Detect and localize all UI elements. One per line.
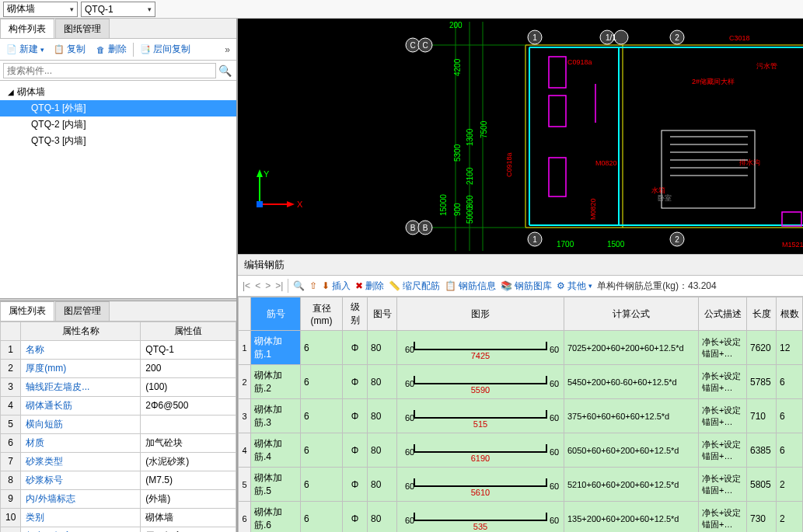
prop-value[interactable] xyxy=(141,415,236,433)
property-row[interactable]: 8砂浆标号(M7.5) xyxy=(1,471,236,489)
rebar-shape[interactable]: 6053560 xyxy=(397,502,564,533)
new-button[interactable]: 📄新建▾ xyxy=(3,41,47,57)
col-fig[interactable]: 图号 xyxy=(368,297,397,331)
rebar-name[interactable]: 砌体加筋.6 xyxy=(251,502,301,533)
property-row[interactable]: 4砌体通长筋2Φ6@500 xyxy=(1,396,236,415)
rebar-fig[interactable]: 80 xyxy=(368,468,397,502)
rebar-count[interactable]: 6 xyxy=(777,365,803,399)
rebar-fig[interactable]: 80 xyxy=(368,399,397,433)
rebar-desc[interactable]: 净长+设定锚固+… xyxy=(699,502,747,533)
rebar-name[interactable]: 砌体加筋.5 xyxy=(251,468,301,502)
floor-copy-button[interactable]: 📑层间复制 xyxy=(137,41,194,57)
rebar-dia[interactable]: 6 xyxy=(301,331,343,365)
rebar-len[interactable]: 6385 xyxy=(747,433,777,468)
info-button[interactable]: 📋钢筋信息 xyxy=(445,280,496,293)
rebar-shape[interactable]: 60619060 xyxy=(397,433,564,468)
tab-properties[interactable]: 属性列表 xyxy=(0,301,54,321)
search-input[interactable] xyxy=(3,63,216,78)
rebar-formula[interactable]: 5210+60+60+200+60+12.5*d xyxy=(564,468,699,502)
rebar-grade[interactable]: Φ xyxy=(343,433,368,468)
property-row[interactable]: 7砂浆类型(水泥砂浆) xyxy=(1,452,236,471)
insert-button[interactable]: ⬇插入 xyxy=(322,280,351,293)
rebar-name[interactable]: 砌体加筋.1 xyxy=(251,331,301,365)
property-row[interactable]: 3轴线距左墙皮...(100) xyxy=(1,377,236,396)
property-row[interactable]: 2厚度(mm)200 xyxy=(1,359,236,377)
delete-rebar-button[interactable]: ✖删除 xyxy=(355,280,384,293)
prop-value[interactable]: 砌体墙 xyxy=(141,508,236,527)
rebar-dia[interactable]: 6 xyxy=(301,433,343,468)
tab-layers[interactable]: 图层管理 xyxy=(55,301,110,321)
rebar-count[interactable]: 12 xyxy=(777,331,803,365)
rebar-formula[interactable]: 6050+60+60+200+60+12.5*d xyxy=(564,433,699,468)
tree-item[interactable]: QTQ-2 [内墙] xyxy=(0,116,236,133)
rebar-shape[interactable]: 60561060 xyxy=(397,468,564,502)
rebar-row[interactable]: 1砌体加筋.16Φ80607425607025+200+60+200+60+12… xyxy=(239,331,803,365)
rebar-desc[interactable]: 净长+设定锚固+… xyxy=(699,365,747,399)
rebar-row[interactable]: 4砌体加筋.46Φ80606190606050+60+60+200+60+12.… xyxy=(239,433,803,468)
rebar-name[interactable]: 砌体加筋.4 xyxy=(251,433,301,468)
search-icon[interactable]: 🔍 xyxy=(216,64,233,77)
col-shape[interactable]: 图形 xyxy=(397,297,564,331)
property-row[interactable]: 11起点顶标高(m)层顶标高(4) xyxy=(1,527,236,532)
rebar-fig[interactable]: 80 xyxy=(368,365,397,399)
col-len[interactable]: 长度 xyxy=(747,297,777,331)
rebar-shape[interactable]: 6051560 xyxy=(397,399,564,433)
rebar-name[interactable]: 砌体加筋.3 xyxy=(251,399,301,433)
rebar-fig[interactable]: 80 xyxy=(368,502,397,533)
more-arrow-icon[interactable]: » xyxy=(222,44,233,55)
col-count[interactable]: 根数 xyxy=(777,297,803,331)
rebar-count[interactable]: 2 xyxy=(777,468,803,502)
rebar-formula[interactable]: 7025+200+60+200+60+12.5*d xyxy=(564,331,699,365)
tab-drawing-mgmt[interactable]: 图纸管理 xyxy=(55,19,110,38)
prop-value[interactable]: (100) xyxy=(141,377,236,396)
rebar-shape[interactable]: 60742560 xyxy=(397,331,564,365)
cad-viewport[interactable]: 7500 4200 5300 2100 5000 15000 1300 300 … xyxy=(238,19,803,254)
rebar-row[interactable]: 5砌体加筋.56Φ80605610605210+60+60+200+60+12.… xyxy=(239,468,803,502)
col-desc[interactable]: 公式描述 xyxy=(699,297,747,331)
nav-prev[interactable]: < xyxy=(255,280,260,291)
rebar-formula[interactable]: 135+200+60+200+60+12.5*d xyxy=(564,502,699,533)
nav-first[interactable]: |< xyxy=(243,280,250,291)
rebar-dia[interactable]: 6 xyxy=(301,399,343,433)
prop-value[interactable]: (水泥砂浆) xyxy=(141,452,236,471)
tree-item[interactable]: QTQ-3 [内墙] xyxy=(0,133,236,149)
nav-next[interactable]: > xyxy=(265,280,271,291)
rebar-len[interactable]: 5805 xyxy=(747,468,777,502)
tree-item[interactable]: QTQ-1 [外墙] xyxy=(0,100,236,116)
lib-button[interactable]: 📚钢筋图库 xyxy=(501,280,552,293)
rebar-fig[interactable]: 80 xyxy=(368,433,397,468)
nav-last[interactable]: >| xyxy=(275,280,283,291)
rebar-desc[interactable]: 净长+设定锚固+… xyxy=(699,331,747,365)
rebar-desc[interactable]: 净长+设定锚固+… xyxy=(699,468,747,502)
rebar-len[interactable]: 5785 xyxy=(747,365,777,399)
property-row[interactable]: 5横向短筋 xyxy=(1,415,236,433)
rebar-len[interactable]: 710 xyxy=(747,399,777,433)
rebar-dia[interactable]: 6 xyxy=(301,468,343,502)
col-formula[interactable]: 计算公式 xyxy=(564,297,699,331)
rebar-grade[interactable]: Φ xyxy=(343,365,368,399)
rebar-formula[interactable]: 5450+200+60-60+60+12.5*d xyxy=(564,365,699,399)
prop-value[interactable]: (外墙) xyxy=(141,489,236,508)
rebar-len[interactable]: 730 xyxy=(747,502,777,533)
rebar-row[interactable]: 2砌体加筋.26Φ80605590605450+200+60-60+60+12.… xyxy=(239,365,803,399)
prop-value[interactable]: 加气砼块 xyxy=(141,433,236,452)
rebar-row[interactable]: 3砌体加筋.36Φ806051560375+60+60+60+60+12.5*d… xyxy=(239,399,803,433)
rebar-grade[interactable]: Φ xyxy=(343,331,368,365)
rebar-grade[interactable]: Φ xyxy=(343,399,368,433)
rebar-grade[interactable]: Φ xyxy=(343,468,368,502)
tab-component-list[interactable]: 构件列表 xyxy=(0,19,54,38)
prop-value[interactable]: QTQ-1 xyxy=(141,340,236,359)
rebar-desc[interactable]: 净长+设定锚固+… xyxy=(699,433,747,468)
col-name[interactable]: 筋号 xyxy=(251,297,301,331)
property-row[interactable]: 9内/外墙标志(外墙) xyxy=(1,489,236,508)
rebar-name[interactable]: 砌体加筋.2 xyxy=(251,365,301,399)
other-button[interactable]: ⚙其他▾ xyxy=(557,280,592,293)
rebar-len[interactable]: 7620 xyxy=(747,331,777,365)
rebar-desc[interactable]: 净长+设定锚固+… xyxy=(699,399,747,433)
rebar-dia[interactable]: 6 xyxy=(301,365,343,399)
property-row[interactable]: 10类别砌体墙 xyxy=(1,508,236,527)
rebar-formula[interactable]: 375+60+60+60+60+12.5*d xyxy=(564,399,699,433)
rebar-shape[interactable]: 60559060 xyxy=(397,365,564,399)
zoom-icon[interactable]: 🔍 xyxy=(293,280,305,291)
rebar-fig[interactable]: 80 xyxy=(368,331,397,365)
